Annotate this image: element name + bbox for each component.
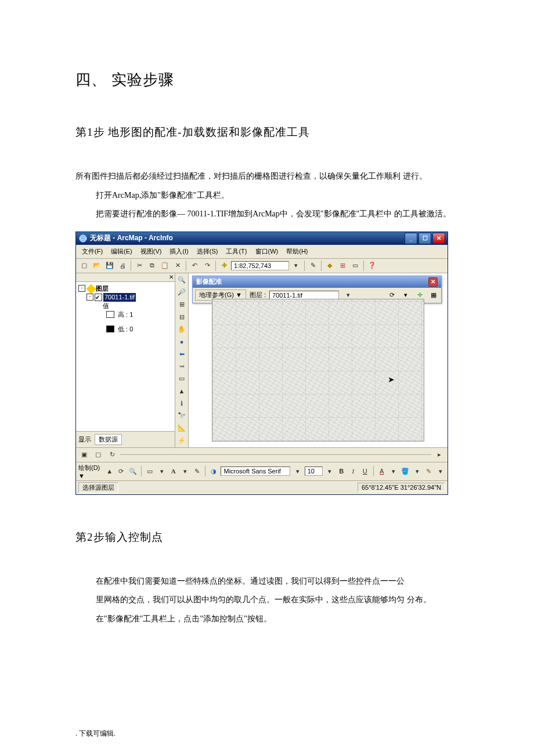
- toc-tab-display[interactable]: 显示: [78, 435, 91, 444]
- toc-low-label: 低 : 0: [118, 325, 133, 334]
- draw-menu[interactable]: 绘制(D) ▼: [78, 464, 103, 479]
- font-color-icon[interactable]: A: [377, 465, 387, 477]
- toc-tab-source[interactable]: 数据源: [95, 434, 122, 445]
- arccatalog-icon[interactable]: ◆: [324, 260, 335, 272]
- print-icon[interactable]: 🖨: [117, 260, 128, 272]
- toc-content: - 图层 - 70011-1.tif 值: [76, 282, 175, 431]
- find-icon[interactable]: 🔭: [176, 410, 187, 421]
- prev-extent-icon[interactable]: ⬅: [176, 348, 187, 359]
- georef-title-text: 影像配准: [196, 277, 222, 286]
- toc-layer-label: 70011-1.tif: [103, 293, 136, 302]
- menu-file[interactable]: 文件(F): [78, 246, 106, 257]
- copy-icon[interactable]: ⧉: [146, 260, 158, 272]
- toc-footer: 显示 数据源: [76, 431, 175, 447]
- minimize-button[interactable]: _: [405, 233, 417, 244]
- raster-image: ➤: [212, 299, 424, 442]
- whatsthis-icon[interactable]: ❓: [366, 260, 378, 272]
- font-selector[interactable]: Microsoft Sans Serif: [221, 466, 290, 476]
- select-elements-icon[interactable]: ▲: [105, 465, 114, 477]
- data-view-icon[interactable]: ▣: [78, 449, 90, 461]
- step2-p1: 在配准中我们需要知道一些特殊点的坐标。通过读图，我们可以得到一些控件点一一公: [75, 574, 459, 589]
- window-title: 无标题 - ArcMap - ArcInfo: [90, 233, 405, 243]
- scale-dropdown-icon[interactable]: ▾: [290, 260, 302, 272]
- toc-root-row[interactable]: - 图层: [78, 284, 172, 293]
- delete-icon[interactable]: ✕: [172, 260, 183, 272]
- menu-help[interactable]: 帮助(H): [283, 246, 311, 257]
- menu-select[interactable]: 选择(S): [193, 246, 222, 257]
- rotate-element-icon[interactable]: ⟳: [117, 465, 126, 477]
- undo-icon[interactable]: ↶: [189, 260, 200, 272]
- shape-dropdown-icon[interactable]: ▾: [157, 465, 166, 477]
- view-link-table-icon[interactable]: ▦: [428, 290, 439, 301]
- menu-insert[interactable]: 插入(I): [166, 246, 192, 257]
- arcmap-window: 无标题 - ArcMap - ArcInfo _ ☐ ✕ 文件(F) 编辑(E)…: [75, 231, 448, 495]
- size-dropdown-icon[interactable]: ▾: [325, 465, 334, 477]
- separator: [321, 261, 322, 271]
- collapse-icon[interactable]: -: [78, 285, 85, 292]
- edit-vertices-icon[interactable]: ✎: [192, 465, 201, 477]
- pan-icon[interactable]: ✋: [176, 324, 187, 335]
- separator: [141, 466, 142, 476]
- italic-icon[interactable]: I: [348, 465, 358, 477]
- step1-p1: 所有图件扫描后都必须经过扫描配准，对扫描后的栅格图进行检查，以确保矢量化工作顺利…: [75, 169, 459, 185]
- paste-icon[interactable]: 📋: [159, 260, 171, 272]
- layer-visibility-checkbox[interactable]: [95, 294, 102, 301]
- command-line-icon[interactable]: ▭: [349, 260, 361, 272]
- menu-edit[interactable]: 编辑(E): [107, 246, 136, 257]
- open-icon[interactable]: 📂: [91, 260, 103, 272]
- refresh-icon[interactable]: ↻: [106, 449, 118, 461]
- zoom-in-icon[interactable]: 🔍: [176, 274, 187, 285]
- rectangle-icon[interactable]: ▭: [145, 465, 154, 477]
- step2-p3: 在"影像配准"工具栏上，点击"添加控制点"按钮。: [75, 612, 459, 627]
- collapse-icon[interactable]: -: [86, 294, 93, 301]
- map-canvas[interactable]: 影像配准 ✕ 地理参考(G) ▼ 图层 : 70011-1.tif ▾ ⟳ ▾ …: [189, 273, 448, 447]
- font-size-selector[interactable]: 10: [305, 466, 323, 476]
- maximize-button[interactable]: ☐: [418, 233, 431, 244]
- arctoolbox-icon[interactable]: ⊞: [337, 260, 348, 272]
- step1-p3: 把需要进行配准的影像— 70011-1.TIF增加到ArcMap中，会发现"影像…: [75, 207, 459, 222]
- cut-icon[interactable]: ✂: [134, 260, 145, 272]
- new-icon[interactable]: ▢: [78, 260, 90, 272]
- zoom-to-elements-icon[interactable]: 🔍: [128, 465, 138, 477]
- toc-close-icon[interactable]: ✕: [169, 274, 174, 280]
- underline-icon[interactable]: U: [360, 465, 370, 477]
- text-tool-icon[interactable]: A: [169, 465, 178, 477]
- zoom-out-icon[interactable]: 🔎: [176, 287, 187, 298]
- menu-window[interactable]: 窗口(W): [252, 246, 282, 257]
- arcmap-app-icon: [78, 234, 88, 243]
- scale-input[interactable]: 1:82,752,743: [231, 261, 289, 270]
- line-color-dropdown-icon[interactable]: ▾: [436, 465, 445, 477]
- fill-color-icon[interactable]: 🪣: [400, 465, 410, 477]
- fixed-zoom-out-icon[interactable]: ⊟: [176, 312, 187, 323]
- hyperlink-icon[interactable]: ⚡: [176, 435, 187, 446]
- close-button[interactable]: ✕: [432, 233, 445, 244]
- georef-close-icon[interactable]: ✕: [428, 277, 438, 287]
- redo-icon[interactable]: ↷: [201, 260, 213, 272]
- font-color-dropdown-icon[interactable]: ▾: [389, 465, 398, 477]
- toc-layer-row[interactable]: - 70011-1.tif: [78, 293, 172, 302]
- callout-icon[interactable]: ◑: [209, 465, 218, 477]
- scroll-right-icon[interactable]: ▸: [434, 449, 445, 461]
- text-dropdown-icon[interactable]: ▾: [181, 465, 190, 477]
- menu-tools[interactable]: 工具(T): [222, 246, 250, 257]
- next-extent-icon[interactable]: ➡: [176, 361, 187, 372]
- identify-icon[interactable]: ℹ: [176, 398, 187, 409]
- bold-icon[interactable]: B: [337, 465, 346, 477]
- save-icon[interactable]: 💾: [104, 260, 116, 272]
- select-features-icon[interactable]: ▭: [176, 373, 187, 384]
- measure-icon[interactable]: 📐: [176, 422, 187, 433]
- add-data-icon[interactable]: ✚: [218, 260, 230, 272]
- map-and-tools: 🔍 🔎 ⊞ ⊟ ✋ ● ⬅ ➡ ▭ ▲ ℹ 🔭 📐 ⚡: [175, 273, 448, 447]
- editor-toolbar-icon[interactable]: ✎: [307, 260, 319, 272]
- select-elements-icon[interactable]: ▲: [176, 385, 187, 396]
- separator: [304, 261, 305, 271]
- section-title: 四、 实验步骤: [75, 70, 459, 90]
- fixed-zoom-in-icon[interactable]: ⊞: [176, 299, 187, 310]
- font-dropdown-icon[interactable]: ▾: [293, 465, 302, 477]
- fill-color-dropdown-icon[interactable]: ▾: [412, 465, 421, 477]
- menu-view[interactable]: 视图(V): [137, 246, 165, 257]
- full-extent-icon[interactable]: ●: [176, 336, 187, 347]
- layout-view-icon[interactable]: ▢: [92, 449, 104, 461]
- draw-toolbar: 绘制(D) ▼ ▲ ⟳ 🔍 ▭ ▾ A ▾ ✎ ◑ Microsoft Sans…: [76, 462, 448, 480]
- line-color-icon[interactable]: ✎: [424, 465, 434, 477]
